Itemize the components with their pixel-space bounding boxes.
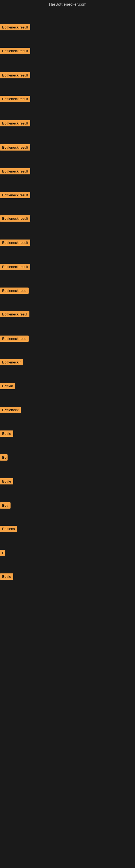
- bottleneck-badge-4[interactable]: Bottleneck result: [0, 96, 30, 103]
- bottleneck-badge-7[interactable]: Bottleneck result: [0, 168, 30, 176]
- bottleneck-badge-21[interactable]: Bott: [0, 502, 10, 510]
- bottleneck-label-21: Bott: [0, 502, 10, 508]
- bottleneck-label-3: Bottleneck result: [0, 72, 30, 79]
- bottleneck-label-7: Bottleneck result: [0, 168, 30, 175]
- bottleneck-badge-3[interactable]: Bottleneck result: [0, 72, 30, 80]
- bottleneck-badge-8[interactable]: Bottleneck result: [0, 192, 30, 199]
- bottleneck-badge-5[interactable]: Bottleneck result: [0, 120, 30, 127]
- bottleneck-label-19: Bo: [0, 454, 8, 461]
- bottleneck-badge-24[interactable]: Bottle: [0, 574, 13, 581]
- bottleneck-label-22: Bottlens: [0, 526, 17, 532]
- bottleneck-badge-22[interactable]: Bottlens: [0, 526, 17, 533]
- bottleneck-badge-18[interactable]: Bottle: [0, 431, 13, 438]
- bottleneck-badge-12[interactable]: Bottleneck resu: [0, 287, 29, 295]
- bottleneck-label-15: Bottleneck r: [0, 359, 23, 365]
- bottleneck-badge-11[interactable]: Bottleneck result: [0, 264, 30, 271]
- site-title: TheBottlenecker.com: [0, 0, 135, 9]
- bottleneck-label-24: Bottle: [0, 574, 13, 580]
- bottleneck-badge-16[interactable]: Bottlen: [0, 383, 15, 390]
- bottleneck-badge-2[interactable]: Bottleneck result: [0, 48, 30, 55]
- bottleneck-label-17: Bottleneck: [0, 407, 21, 413]
- bottleneck-badge-17[interactable]: Bottleneck: [0, 407, 21, 414]
- bottleneck-label-9: Bottleneck result: [0, 215, 30, 222]
- bottleneck-badge-23[interactable]: B: [0, 550, 5, 557]
- bottleneck-label-12: Bottleneck resu: [0, 287, 29, 294]
- bottleneck-badge-9[interactable]: Bottleneck result: [0, 215, 30, 223]
- bottleneck-badge-13[interactable]: Bottleneck resul: [0, 311, 30, 318]
- bottleneck-label-6: Bottleneck result: [0, 144, 30, 151]
- bottleneck-badge-20[interactable]: Bottle: [0, 478, 13, 486]
- bottleneck-label-1: Bottleneck result: [0, 24, 30, 30]
- bottleneck-label-20: Bottle: [0, 478, 13, 485]
- bottleneck-label-14: Bottleneck resu: [0, 336, 29, 342]
- bottleneck-label-4: Bottleneck result: [0, 96, 30, 102]
- bottleneck-label-16: Bottlen: [0, 383, 15, 389]
- bottleneck-label-8: Bottleneck result: [0, 192, 30, 198]
- bottleneck-badge-14[interactable]: Bottleneck resu: [0, 336, 29, 343]
- bottleneck-label-11: Bottleneck result: [0, 264, 30, 270]
- bottleneck-badge-6[interactable]: Bottleneck result: [0, 144, 30, 152]
- bottleneck-label-23: B: [0, 550, 5, 556]
- bottleneck-label-10: Bottleneck result: [0, 240, 30, 246]
- bottleneck-badge-10[interactable]: Bottleneck result: [0, 240, 30, 247]
- bottleneck-label-18: Bottle: [0, 431, 13, 437]
- bottleneck-label-5: Bottleneck result: [0, 120, 30, 126]
- bottleneck-label-13: Bottleneck resul: [0, 311, 30, 317]
- bottleneck-badge-1[interactable]: Bottleneck result: [0, 24, 30, 31]
- bottleneck-badge-15[interactable]: Bottleneck r: [0, 359, 23, 367]
- bottleneck-badge-19[interactable]: Bo: [0, 454, 8, 462]
- bottleneck-label-2: Bottleneck result: [0, 48, 30, 54]
